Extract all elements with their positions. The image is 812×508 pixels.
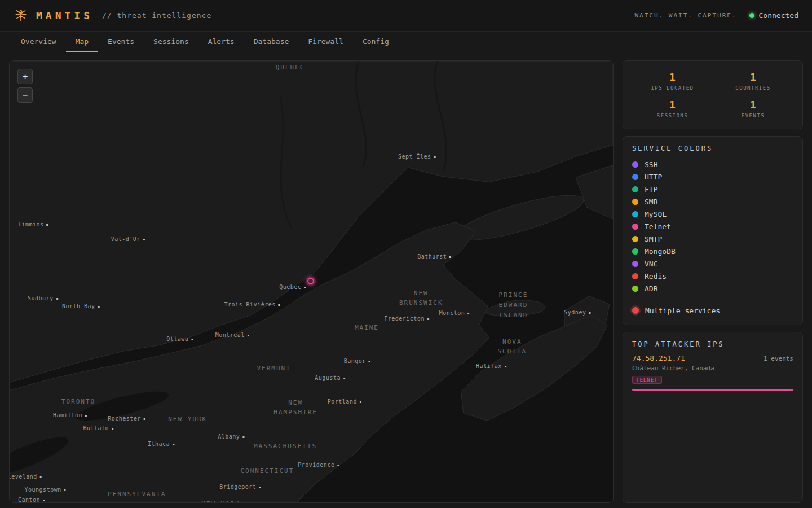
service-color-dot-icon	[632, 174, 638, 180]
attackers-list: 74.58.251.71 1 events Château-Richer, Ca…	[632, 354, 793, 391]
service-color-dot-icon	[632, 248, 638, 255]
map-label: Bangor	[344, 357, 370, 366]
service-color-dot-icon	[632, 261, 638, 267]
legend-label: HTTP	[645, 173, 662, 181]
connection-label: Connected	[759, 11, 798, 20]
map-label: Ottawa	[166, 335, 193, 344]
stat-value: 1	[632, 99, 713, 111]
legend-label: FTP	[645, 185, 657, 194]
map-label: Albany	[218, 432, 244, 441]
map-label: QUEBEC	[276, 63, 305, 73]
legend-label: MongoDB	[645, 247, 676, 256]
nav-tab[interactable]: Database	[244, 32, 299, 52]
map-label: Augusta	[315, 374, 345, 383]
legend-item: HTTP	[632, 170, 793, 183]
map-label: Bathurst	[417, 252, 451, 261]
stat-label: COUNTRIES	[713, 85, 793, 91]
map-label: Sudbury	[28, 294, 58, 303]
map-label: NEW YORK	[201, 499, 240, 503]
zoom-in-button[interactable]: +	[17, 69, 33, 84]
tagline: WATCH. WAIT. CAPTURE.	[634, 12, 736, 19]
map-label: Buffalo	[83, 424, 113, 433]
multiple-services-dot-icon	[632, 307, 639, 314]
attacker-location: Château-Richer, Canada	[632, 365, 793, 372]
legend-item: SMTP	[632, 233, 793, 245]
service-color-dot-icon	[632, 286, 638, 292]
legend-label: SMTP	[645, 235, 662, 243]
app-header: MANTIS // threat intelligence WATCH. WAI…	[0, 0, 812, 32]
nav-tab[interactable]: Events	[98, 32, 144, 52]
map-label: MAINE	[355, 323, 379, 333]
legend-item: FTP	[632, 183, 793, 195]
brand-subtitle: // threat intelligence	[102, 11, 211, 20]
map-label: TORONTO	[61, 397, 95, 408]
stat-value: 1	[713, 71, 793, 83]
legend-item: SMB	[632, 195, 793, 208]
legend-label: ADB	[645, 284, 657, 293]
stat: 1 EVENTS	[713, 99, 793, 119]
map-label: NEW BRUNSWICK	[399, 288, 443, 308]
map-label: Fredericton	[384, 314, 429, 323]
stats-card: 1 IPS LOCATED 1 COUNTRIES 1 SESSIONS	[623, 60, 803, 129]
service-color-dot-icon	[632, 273, 638, 279]
map-label: NEW YORK	[168, 414, 207, 424]
top-attackers-card: TOP ATTACKER IPS 74.58.251.71 1 events C…	[623, 332, 803, 503]
nav-tab[interactable]: Sessions	[144, 32, 198, 52]
nav-tab[interactable]: Map	[66, 32, 98, 52]
main-nav: Overview Map Events Sessions Alerts Data…	[0, 32, 812, 52]
nav-tab[interactable]: Firewall	[298, 32, 353, 52]
mantis-logo-icon	[14, 8, 28, 23]
zoom-out-button[interactable]: −	[17, 87, 33, 103]
content: QUEBEC Sept-Îles Timmins Val-d'Or Sudbur…	[0, 52, 812, 508]
map-label: Bridgeport	[219, 483, 261, 492]
map-label: Ithaca	[148, 440, 174, 449]
stat: 1 SESSIONS	[632, 99, 713, 119]
map[interactable]: QUEBEC Sept-Îles Timmins Val-d'Or Sudbur…	[9, 60, 614, 503]
map-label: Rochester	[108, 414, 145, 423]
header-right: WATCH. WAIT. CAPTURE. Connected	[634, 11, 798, 20]
service-color-dot-icon	[632, 236, 638, 242]
service-colors-card: SERVICE COLORS SSH HTTP FTP	[623, 136, 803, 325]
stat: 1 COUNTRIES	[713, 71, 793, 91]
map-label: Val-d'Or	[111, 235, 145, 244]
attack-marker[interactable]	[307, 278, 314, 284]
legend-label: SMB	[645, 198, 657, 206]
map-label: Sept-Îles	[398, 152, 436, 161]
nav-tab[interactable]: Overview	[11, 32, 66, 52]
map-label: Hamilton	[53, 411, 87, 420]
attacker-ip[interactable]: 74.58.251.71	[632, 354, 685, 362]
legend-label: Redis	[645, 272, 667, 281]
legend-label: Multiple services	[645, 306, 720, 315]
map-label: Quebec	[279, 283, 306, 292]
legend-item: Redis	[632, 270, 793, 282]
map-label: Halifax	[476, 362, 506, 371]
map-label: Sydney	[564, 308, 590, 317]
legend-item: MongoDB	[632, 245, 793, 257]
stat: 1 IPS LOCATED	[632, 71, 713, 91]
attacker-item[interactable]: 74.58.251.71 1 events Château-Richer, Ca…	[632, 354, 793, 391]
service-color-dot-icon	[632, 211, 638, 217]
service-color-dot-icon	[632, 199, 638, 205]
map-label: Timmins	[18, 220, 48, 229]
map-label: Cleveland	[9, 472, 42, 481]
service-color-dot-icon	[632, 224, 638, 230]
service-color-dot-icon	[632, 161, 638, 168]
service-badge: TELNET	[632, 376, 662, 384]
attacker-event-count: 1 events	[764, 355, 793, 362]
map-zoom-controls: + −	[17, 69, 33, 106]
map-label: Youngstown	[25, 485, 66, 494]
service-color-dot-icon	[632, 186, 638, 192]
legend-item: SSH	[632, 158, 793, 170]
map-label: Providence	[298, 461, 339, 470]
legend-label: VNC	[645, 260, 657, 268]
map-label: NOVA SCOTIA	[497, 337, 527, 357]
nav-tab[interactable]: Config	[353, 32, 399, 52]
legend-label: SSH	[645, 160, 657, 169]
stat-label: EVENTS	[713, 113, 793, 119]
attacker-activity-bar	[632, 389, 793, 391]
map-label: Montreal	[215, 331, 249, 340]
map-label: Portland	[328, 397, 361, 406]
nav-tab[interactable]: Alerts	[198, 32, 244, 52]
legend-title: SERVICE COLORS	[632, 144, 793, 152]
map-label: PRINCE EDWARD ISLAND	[499, 290, 528, 320]
